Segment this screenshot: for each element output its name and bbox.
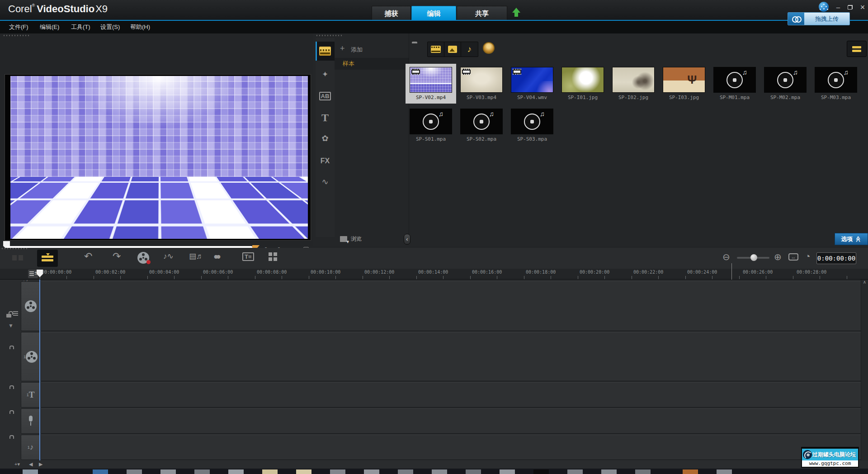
zoom-in-button[interactable]: ⊕ — [774, 251, 782, 262]
timeline-ruler[interactable]: 00:00:00:00 00:00:02:00 00:00:04:00 00:0… — [0, 269, 868, 280]
collapse-left-button[interactable]: ‹ — [404, 234, 410, 245]
timeline-view-button[interactable] — [37, 250, 58, 267]
taskbar-window[interactable] — [364, 469, 379, 474]
track-manager-button[interactable] — [28, 270, 38, 278]
close-button[interactable]: × — [858, 3, 868, 12]
taskbar-window[interactable] — [330, 469, 345, 474]
filter-photos-button[interactable] — [444, 42, 461, 57]
library-item[interactable]: SP-S02.mpa — [456, 105, 507, 145]
options-button[interactable]: 选项 ≪ — [835, 233, 868, 245]
taskbar-window[interactable] — [567, 469, 583, 474]
video-track-row[interactable] — [41, 281, 861, 331]
panel-drag-dots[interactable] — [4, 35, 30, 36]
scroll-up-button[interactable]: ∧ — [861, 280, 868, 284]
video-track-header[interactable] — [21, 281, 40, 331]
library-color-icon[interactable] — [483, 42, 495, 54]
library-item[interactable]: SP-S03.mpa — [507, 105, 557, 145]
title-track-row[interactable] — [41, 382, 861, 408]
voice-track-header[interactable] — [21, 408, 40, 434]
library-item[interactable]: SP-I01.jpg — [557, 64, 608, 104]
rail-motion-path[interactable]: ∿ — [316, 173, 335, 191]
undo-button[interactable]: ↶ — [84, 251, 92, 262]
voice-track-row[interactable] — [41, 408, 861, 434]
step-tab-edit[interactable]: 编辑 — [411, 6, 456, 20]
record-capture-button[interactable] — [137, 252, 149, 264]
taskbar-window[interactable] — [296, 469, 311, 474]
overlay-options-button[interactable]: ●● — [213, 251, 218, 261]
rail-instant-project[interactable]: ✦ — [316, 65, 335, 83]
title-track-header[interactable]: 1T — [21, 382, 40, 408]
taskbar-window[interactable] — [23, 469, 38, 474]
music-track-header[interactable]: 1♪ — [21, 435, 40, 460]
rail-transitions[interactable]: AB — [316, 87, 335, 105]
drag-upload-badge[interactable]: 拖拽上传 — [788, 12, 850, 25]
menu-file[interactable]: 文件(F) — [9, 23, 28, 31]
view-storyboard-button[interactable] — [847, 41, 867, 57]
browse-button[interactable]: 浏览 — [340, 235, 362, 243]
library-item[interactable]: SP-M02.mpa — [760, 64, 811, 104]
rail-media-library[interactable] — [316, 42, 335, 61]
library-item[interactable]: SP-I02.jpg — [608, 64, 659, 104]
step-tab-share[interactable]: 共享 — [457, 6, 507, 20]
library-item[interactable]: SP-V02.mp4 — [406, 64, 456, 104]
add-track-button[interactable]: +▾ — [14, 461, 20, 467]
overlay-track-header[interactable]: 1 — [21, 332, 40, 381]
rail-titles[interactable]: T — [316, 109, 335, 127]
slider-knob[interactable] — [750, 254, 757, 261]
add-folder-button[interactable]: + 添加 — [335, 43, 409, 56]
library-item[interactable]: SP-M03.mpa — [811, 64, 861, 104]
fit-timeline-button[interactable]: ↔ — [788, 253, 798, 261]
taskbar-window[interactable] — [717, 469, 732, 474]
timeline-zoom-slider[interactable] — [737, 257, 769, 259]
library-item[interactable]: SP-I03.jpg — [659, 64, 709, 104]
taskbar-window[interactable] — [93, 469, 108, 474]
ruler-clock-button[interactable]: ◔ — [805, 251, 811, 262]
library-item[interactable]: SP-V04.wmv — [507, 64, 557, 104]
rail-filters[interactable]: FX — [316, 152, 335, 170]
track-options-chevron[interactable]: ▼ — [8, 322, 14, 329]
menu-settings[interactable]: 设置(S) — [100, 23, 120, 31]
taskbar-window[interactable] — [601, 469, 617, 474]
menu-tools[interactable]: 工具(T) — [71, 23, 90, 31]
redo-button[interactable]: ↷ — [113, 251, 121, 262]
corel-connect-icon[interactable] — [819, 2, 829, 12]
filter-videos-button[interactable] — [428, 42, 444, 57]
timeline-timecode[interactable]: 0:00:00:00 — [816, 252, 856, 264]
taskbar-window[interactable] — [635, 469, 651, 474]
zoom-out-button[interactable]: ⊖ — [722, 251, 730, 262]
taskbar-window[interactable] — [228, 469, 244, 474]
library-item[interactable]: SP-S01.mpa — [406, 105, 456, 145]
split-screen-button[interactable] — [269, 252, 277, 261]
step-tab-capture[interactable]: 捕获 — [372, 6, 411, 20]
taskbar-window[interactable] — [432, 469, 447, 474]
subtitle-editor-button[interactable]: T≡ — [242, 252, 254, 261]
sound-mixer-button[interactable]: ♪∿ — [163, 251, 174, 261]
taskbar-window[interactable] — [262, 469, 278, 474]
taskbar-window[interactable] — [466, 469, 481, 474]
library-item[interactable]: SP-V03.mp4 — [456, 64, 507, 104]
menu-edit[interactable]: 编辑(E) — [40, 23, 59, 31]
scroll-right-button[interactable]: ▶ — [39, 461, 42, 467]
restore-button[interactable] — [845, 3, 855, 12]
overlay-track-row[interactable] — [41, 332, 861, 381]
scroll-left-button[interactable]: ◀ — [29, 461, 33, 467]
windows-taskbar[interactable] — [0, 469, 868, 474]
filter-audio-button[interactable]: ♪ — [461, 42, 478, 57]
taskbar-window[interactable] — [533, 469, 549, 474]
library-item[interactable]: SP-M01.mpa — [709, 64, 760, 104]
ripple-edit-toggle[interactable] — [6, 311, 18, 318]
publish-up-arrow-icon[interactable] — [512, 8, 520, 18]
taskbar-window[interactable] — [500, 469, 515, 474]
category-samples[interactable]: 样本 — [335, 58, 409, 70]
menu-help[interactable]: 帮助(H) — [130, 23, 150, 31]
rail-graphics[interactable]: ✿ — [316, 129, 335, 147]
film-badge-icon — [513, 69, 521, 75]
taskbar-window[interactable] — [398, 469, 413, 474]
taskbar-window[interactable] — [194, 469, 210, 474]
music-track-row[interactable] — [41, 435, 861, 460]
auto-music-button[interactable]: ▤♬ — [189, 251, 204, 261]
minimize-button[interactable]: – — [833, 3, 843, 12]
taskbar-window[interactable] — [683, 469, 698, 474]
taskbar-window[interactable] — [127, 469, 142, 474]
taskbar-window[interactable] — [160, 469, 176, 474]
